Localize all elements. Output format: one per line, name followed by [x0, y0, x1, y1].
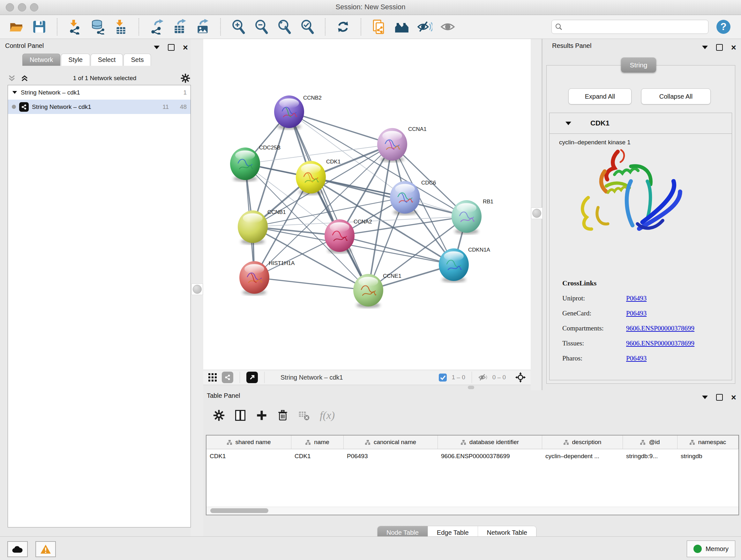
expand-all-icon[interactable]: [20, 74, 29, 82]
network-edge[interactable]: [254, 277, 368, 290]
collapse-all-icon[interactable]: [8, 74, 16, 82]
birdseye-grid-icon[interactable]: [208, 373, 217, 382]
network-canvas[interactable]: CCNB2CCNA1CDC25BCDK1CDC6RB1CCNB1CCNA2CDK…: [203, 39, 531, 370]
splitter-grip[interactable]: [192, 284, 203, 295]
hide-selected-button[interactable]: [417, 19, 433, 35]
show-all-button[interactable]: [440, 19, 456, 35]
tab-sets[interactable]: Sets: [124, 54, 151, 66]
network-collection-row[interactable]: String Network – cdk1 1: [8, 85, 191, 100]
zoom-selected-button[interactable]: [299, 19, 315, 35]
column-header-@id[interactable]: @id: [623, 435, 677, 449]
duplicate-network-button[interactable]: [371, 19, 387, 35]
network-list: String Network – cdk1 1 String Network –…: [8, 85, 191, 527]
control-panel-close-icon[interactable]: ×: [183, 44, 188, 51]
table-gear-icon[interactable]: [213, 410, 225, 421]
crosslink-link[interactable]: P06493: [626, 294, 647, 302]
control-panel-menu-icon[interactable]: [154, 46, 159, 49]
zoom-out-button[interactable]: [253, 19, 269, 35]
export-table-button[interactable]: [172, 19, 188, 35]
import-table-button[interactable]: [113, 19, 129, 35]
table-cell[interactable]: 9606.ENSP00000378699: [438, 449, 542, 463]
title-bar[interactable]: Session: New Session: [0, 0, 741, 15]
column-header-namespac[interactable]: namespac: [677, 435, 738, 449]
delete-column-icon[interactable]: [277, 410, 288, 421]
network-row-selected[interactable]: String Network – cdk1 11 48: [8, 100, 191, 114]
column-header-shared-name[interactable]: shared name: [206, 435, 291, 449]
save-session-button[interactable]: [31, 19, 47, 35]
network-svg[interactable]: CCNB2CCNA1CDC25BCDK1CDC6RB1CCNB1CCNA2CDK…: [203, 39, 531, 370]
import-network-button[interactable]: [67, 19, 83, 35]
network-node-hist1h1a[interactable]: [239, 261, 269, 294]
network-node-cdc25b[interactable]: [230, 147, 260, 180]
table-panel-menu-icon[interactable]: [702, 395, 708, 399]
expand-all-button[interactable]: Expand All: [568, 88, 631, 105]
collapse-all-button[interactable]: Collapse All: [641, 88, 711, 105]
collection-expand-icon[interactable]: [12, 91, 17, 94]
cloud-status-button[interactable]: [7, 541, 28, 557]
crosslink-link[interactable]: 9606.ENSP00000378699: [626, 324, 694, 332]
network-edge[interactable]: [289, 112, 392, 144]
control-panel-float-icon[interactable]: [168, 44, 175, 51]
table-cell[interactable]: CDK1: [206, 449, 291, 463]
zoom-fit-button[interactable]: [276, 19, 292, 35]
tab-style[interactable]: Style: [61, 54, 90, 66]
apply-layout-button[interactable]: [335, 19, 351, 35]
open-session-button[interactable]: [8, 19, 24, 35]
network-node-cdk1[interactable]: [296, 161, 326, 193]
table-row[interactable]: CDK1CDK1P064939606.ENSP00000378699cyclin…: [206, 449, 738, 463]
home-button[interactable]: [394, 19, 410, 35]
crosslink-link[interactable]: P06493: [626, 309, 647, 317]
network-node-cdkn1a[interactable]: [439, 248, 469, 281]
network-node-ccna2[interactable]: [325, 219, 354, 252]
horizontal-splitter-grip[interactable]: [468, 386, 474, 389]
gene-expand-icon[interactable]: [565, 122, 571, 125]
column-header-canonical-name[interactable]: canonical name: [344, 435, 438, 449]
crosshair-icon[interactable]: [515, 372, 526, 383]
tab-network[interactable]: Network: [22, 54, 60, 66]
gene-section-header[interactable]: CDK1: [549, 113, 732, 134]
show-columns-icon[interactable]: [234, 409, 246, 422]
table-cell[interactable]: stringdb:9...: [623, 449, 677, 463]
open-in-new-window-button[interactable]: [246, 372, 258, 383]
memory-button[interactable]: Memory: [687, 541, 735, 557]
tab-string[interactable]: String: [621, 57, 656, 72]
column-header-database-identifier[interactable]: database identifier: [438, 435, 542, 449]
hscrollbar-thumb[interactable]: [210, 508, 268, 513]
network-edge[interactable]: [289, 112, 368, 290]
right-splitter[interactable]: [531, 39, 542, 390]
table-cell[interactable]: P06493: [344, 449, 438, 463]
selected-checkbox-icon[interactable]: [439, 373, 447, 382]
export-network-button[interactable]: [149, 19, 165, 35]
warning-status-button[interactable]: [36, 541, 56, 557]
help-button[interactable]: ?: [716, 19, 731, 35]
network-node-ccnb1[interactable]: [238, 210, 268, 243]
network-node-cdc6[interactable]: [390, 181, 420, 213]
crosslink-link[interactable]: P06493: [626, 354, 647, 362]
left-splitter[interactable]: [191, 39, 203, 537]
network-node-ccnb2[interactable]: [274, 96, 304, 128]
zoom-in-button[interactable]: [230, 19, 246, 35]
network-node-rb1[interactable]: [452, 200, 482, 233]
tab-select[interactable]: Select: [91, 54, 123, 66]
table-cell[interactable]: CDK1: [291, 449, 344, 463]
column-header-description[interactable]: description: [542, 435, 623, 449]
results-panel-float-icon[interactable]: [716, 44, 723, 51]
splitter-grip[interactable]: [531, 207, 542, 219]
crosslink-link[interactable]: 9606.ENSP00000378699: [626, 339, 694, 348]
table-cell[interactable]: stringdb: [677, 449, 738, 463]
results-panel-close-icon[interactable]: ×: [731, 44, 736, 51]
table-panel-close-icon[interactable]: ×: [731, 394, 736, 401]
network-share-button[interactable]: [222, 372, 233, 383]
network-node-ccna1[interactable]: [377, 128, 407, 161]
table-cell[interactable]: cyclin–dependent ...: [542, 449, 623, 463]
results-panel-menu-icon[interactable]: [702, 46, 708, 49]
add-column-icon[interactable]: [256, 410, 267, 421]
export-image-button[interactable]: [195, 19, 211, 35]
table-hscrollbar[interactable]: [206, 507, 738, 515]
search-input[interactable]: [565, 23, 705, 30]
network-node-ccne1[interactable]: [353, 274, 383, 307]
column-header-name[interactable]: name: [291, 435, 344, 449]
gear-icon[interactable]: [181, 73, 190, 83]
import-network-from-database-button[interactable]: [90, 19, 106, 35]
table-panel-float-icon[interactable]: [716, 394, 723, 401]
